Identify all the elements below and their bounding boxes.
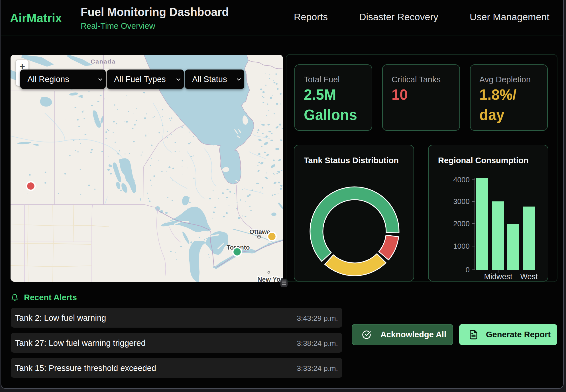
svg-text:Canada: Canada bbox=[91, 58, 116, 65]
svg-text:West: West bbox=[520, 272, 538, 281]
svg-text:1000: 1000 bbox=[453, 242, 470, 250]
svg-text:New York: New York bbox=[257, 276, 283, 282]
svg-text:2000: 2000 bbox=[453, 219, 470, 228]
svg-text:Midwest: Midwest bbox=[484, 272, 512, 281]
svg-text:0: 0 bbox=[466, 266, 470, 274]
svg-text:4000: 4000 bbox=[453, 175, 470, 184]
svg-text:Ottawa: Ottawa bbox=[249, 228, 270, 235]
svg-text:3000: 3000 bbox=[453, 197, 470, 206]
